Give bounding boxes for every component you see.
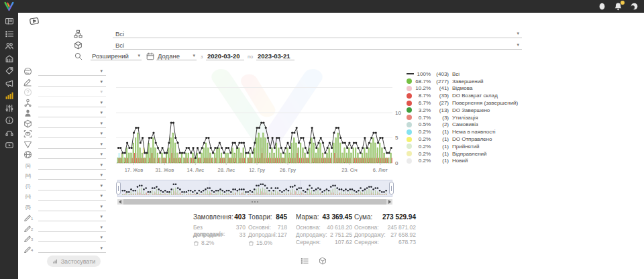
filter-row-globe-dark[interactable]: ▾: [22, 67, 107, 76]
select-underline: [38, 252, 106, 253]
stat-value: 403: [234, 213, 246, 221]
range-handle-left[interactable]: [116, 182, 121, 194]
legend-item[interactable]: 0.2%(1)Відправлений: [407, 150, 518, 158]
bracket-icon: {H}: [22, 194, 34, 199]
legend-item[interactable]: 0.2%(1)Прийнятий: [407, 143, 518, 150]
filter-row-pencil[interactable]: 4▾: [22, 244, 107, 254]
select-underline: [38, 231, 106, 232]
status-group-filter[interactable]: Всі ▾: [74, 30, 522, 38]
view-toggle-bar: [301, 257, 327, 265]
select-underline: [38, 200, 106, 201]
brand-logo-icon[interactable]: [3, 1, 15, 11]
sidebar-item-sliders[interactable]: [5, 104, 14, 113]
legend-item[interactable]: 8.7%(35)DO Возврат склад: [407, 92, 518, 99]
stat-sub-label: Основна:: [296, 224, 321, 231]
avatar-icon[interactable]: [630, 2, 639, 11]
stat-sub-value: 127: [278, 231, 287, 239]
chevron-down-icon: ▾: [100, 68, 103, 73]
date-from-value: 2020-03-20: [207, 52, 240, 60]
range-handle-right[interactable]: [389, 182, 394, 194]
filter-row-globe[interactable]: ▾: [22, 150, 107, 160]
legend-count: (1): [433, 144, 449, 150]
svg-text:28. Лис: 28. Лис: [218, 167, 235, 173]
legend-item[interactable]: 0.2%(1)DO Отправлено: [407, 135, 518, 143]
chart-overview[interactable]: [117, 180, 392, 197]
svg-text:26. Гру: 26. Гру: [280, 167, 296, 173]
legend-item[interactable]: 0.7%(3)Утилізація: [407, 114, 518, 121]
filter-row-{H}[interactable]: {H}▾: [22, 192, 107, 201]
legend-item[interactable]: 68.7%(277)Завершений: [407, 78, 518, 85]
filter-row-pen[interactable]: ▾: [22, 78, 107, 87]
view-products-button[interactable]: [319, 257, 327, 265]
legend-item[interactable]: 0.5%(2)Самовивіз: [407, 121, 518, 129]
stat-sub-value: 27 658.92: [390, 231, 416, 239]
sidebar-item-store[interactable]: [5, 54, 14, 63]
legend-item[interactable]: 3.2%(13)DO Завершено: [407, 107, 518, 114]
apply-button[interactable]: Застосувати: [47, 256, 101, 267]
stat-sub-value: 40 618.20: [327, 224, 352, 231]
filter-row-person[interactable]: ▾: [22, 109, 107, 118]
select-underline: [38, 107, 106, 107]
chevron-down-icon: ▾: [100, 100, 103, 105]
page-play-badge-icon: [27, 15, 42, 27]
stat-sub-label: Основні:: [248, 224, 271, 231]
search-icon[interactable]: [74, 52, 83, 60]
sidebar-item-orders[interactable]: [5, 30, 14, 38]
stat-sub-value: 2 751.25: [330, 231, 352, 239]
sidebar-item-dashboard[interactable]: [5, 17, 14, 25]
legend-line-swatch: [407, 73, 414, 74]
filter-row-{B}[interactable]: {B}▾: [22, 203, 107, 212]
sidebar-item-tags[interactable]: [5, 66, 14, 75]
date-field-select[interactable]: Додане ▾: [156, 52, 197, 60]
chevron-down-icon[interactable]: ▾: [517, 42, 519, 47]
filter-row-funnel[interactable]: ▾: [22, 140, 107, 150]
filter-row-pencil[interactable]: 2▾: [22, 223, 107, 233]
filter-row-pencil[interactable]: 3▾: [22, 233, 107, 243]
legend-item[interactable]: 0.2%(1)Новий: [407, 158, 518, 165]
bell-icon[interactable]: [614, 2, 623, 11]
sidebar-item-video[interactable]: [5, 141, 14, 150]
filter-row-{T}[interactable]: {T}▾: [22, 182, 107, 191]
scroll-left-icon[interactable]: [119, 200, 121, 204]
apply-button-label: Застосувати: [61, 258, 96, 265]
sidebar-item-info[interactable]: [5, 116, 14, 125]
filter-row-pencil[interactable]: 1▾: [22, 213, 107, 222]
legend-item[interactable]: 0.2%(1)Нема в наявності: [407, 128, 518, 135]
product-filter[interactable]: Всі ▾: [74, 41, 522, 50]
svg-text:0: 0: [395, 160, 398, 166]
sidebar-item-analytics[interactable]: [5, 91, 14, 100]
legend-item[interactable]: 6.7%(27)Повернення (завершений): [407, 99, 518, 107]
calendar-icon[interactable]: [146, 52, 154, 60]
date-from-input[interactable]: 2020-03-20: [206, 52, 244, 60]
filter-row-eye[interactable]: ▾: [22, 129, 107, 139]
stat-badge-value: 8.2%: [201, 239, 214, 246]
legend-percent: 0.2%: [415, 129, 431, 135]
orders-chart[interactable]: 051017. Жов31. Жов14. Лис28. Лис12. Гру2…: [116, 63, 411, 178]
scrollbar-thumb[interactable]: [123, 199, 386, 205]
view-list-button[interactable]: [301, 257, 309, 265]
sidebar-item-users[interactable]: [5, 42, 14, 50]
sidebar-item-support[interactable]: [5, 129, 14, 137]
input-underline: [206, 60, 244, 60]
filter-row-{S}[interactable]: {S}▾: [22, 161, 107, 170]
filter-row-{M}[interactable]: {M}▾: [22, 171, 107, 180]
date-from-label: з: [201, 54, 203, 60]
date-to-input[interactable]: 2023-03-21: [256, 52, 294, 60]
chart-scrollbar[interactable]: [117, 199, 392, 205]
legend-item[interactable]: 10.2%(41)Відмова: [407, 85, 518, 93]
pencil-index: 3: [31, 237, 33, 241]
date-field-value: Додане: [158, 52, 180, 60]
chevron-down-icon: ▾: [100, 121, 103, 125]
main-sidebar: [0, 13, 18, 279]
filter-row-hierarchy[interactable]: ▾: [22, 99, 107, 108]
legend-item[interactable]: 100%(403)Всі: [407, 70, 518, 78]
filter-row-question[interactable]: ▾: [22, 88, 107, 97]
legend-count: (1): [433, 136, 449, 142]
sidebar-item-megaphone[interactable]: [5, 79, 14, 88]
user-icon[interactable]: [598, 2, 606, 11]
legend-count: (13): [433, 107, 449, 113]
filter-row-cube[interactable]: ▾: [22, 119, 107, 129]
search-mode-select[interactable]: Розширений ▾: [91, 52, 142, 60]
scroll-right-icon[interactable]: [388, 200, 391, 204]
chevron-down-icon[interactable]: ▾: [517, 31, 519, 36]
